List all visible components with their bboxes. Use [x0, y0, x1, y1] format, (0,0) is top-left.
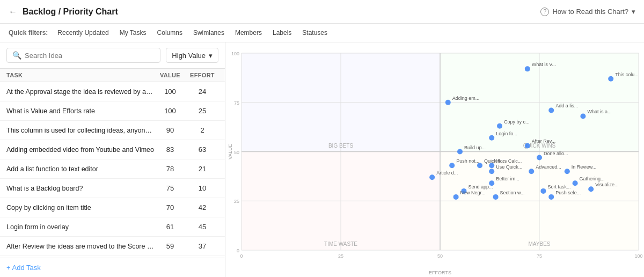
svg-text:Login fo...: Login fo...	[496, 131, 517, 136]
task-name: This column is used for collecting ideas…	[6, 127, 154, 134]
svg-text:What is a...: What is a...	[587, 109, 611, 114]
filter-recently-updated[interactable]: Recently Updated	[52, 27, 114, 39]
svg-point-48	[457, 149, 463, 155]
chevron-down-icon: ▾	[209, 52, 213, 60]
svg-text:Done allo...: Done allo...	[544, 151, 568, 156]
chart-area: BIG BETSQUICK WINSTIME WASTEMAYBESVALUEE…	[225, 42, 644, 277]
svg-text:EFFORTS: EFFORTS	[429, 270, 451, 275]
svg-text:Build up...: Build up...	[464, 145, 486, 150]
search-icon: 🔍	[12, 51, 21, 60]
task-name: Adding embedded video from Youtube and V…	[6, 146, 154, 154]
svg-text:0: 0	[237, 248, 239, 253]
table-row[interactable]: Adding embedded video from Youtube and V…	[0, 140, 225, 159]
table-header: TASK VALUE EFFORT	[0, 69, 225, 82]
help-link[interactable]: ? How to Read this Chart? ▾	[540, 8, 635, 16]
filter-labels[interactable]: Labels	[267, 27, 297, 39]
task-name: Add a list function to text editor	[6, 165, 154, 173]
col-effort-header: EFFORT	[186, 72, 218, 78]
svg-point-78	[493, 194, 499, 200]
help-label: How to Read this Chart?	[552, 8, 628, 16]
page-title: Backlog / Priority Chart	[23, 7, 118, 17]
task-table: TASK VALUE EFFORT At the Approval stage …	[0, 69, 225, 258]
svg-point-42	[497, 123, 502, 129]
filter-members[interactable]: Members	[230, 27, 267, 39]
svg-text:Article d...: Article d...	[436, 170, 458, 176]
quick-filters-bar: Quick filters: Recently Updated My Tasks…	[0, 24, 644, 42]
svg-text:TIME WASTE: TIME WASTE	[324, 241, 357, 247]
svg-point-76	[453, 194, 459, 200]
header: ← Backlog / Priority Chart ? How to Read…	[0, 0, 644, 24]
filter-dropdown[interactable]: High Value ▾	[166, 48, 218, 63]
svg-point-32	[525, 66, 530, 71]
search-input[interactable]	[25, 52, 155, 60]
header-left: ← Backlog / Priority Chart	[9, 7, 118, 17]
filter-statuses[interactable]: Statuses	[297, 27, 333, 39]
svg-point-34	[608, 76, 613, 82]
add-task-button[interactable]: + Add Task	[0, 258, 225, 277]
task-effort: 42	[186, 203, 218, 212]
search-filter-row: 🔍 High Value ▾	[0, 42, 225, 69]
svg-text:Gathering...: Gathering...	[580, 176, 605, 181]
svg-text:VALUE: VALUE	[228, 144, 233, 159]
svg-text:Send app...: Send app...	[468, 184, 493, 189]
table-row[interactable]: Add a list function to text editor 78 21	[0, 159, 225, 179]
svg-text:100: 100	[231, 51, 239, 56]
svg-text:100: 100	[634, 253, 642, 259]
left-panel: 🔍 High Value ▾ TASK VALUE EFFORT At the …	[0, 42, 225, 277]
search-box[interactable]: 🔍	[6, 48, 160, 63]
table-row[interactable]: What is Value and Efforts rate 100 25	[0, 101, 225, 121]
help-chevron-icon: ▾	[632, 8, 635, 16]
svg-text:Push not...: Push not...	[456, 158, 479, 164]
task-effort: 21	[186, 165, 218, 173]
svg-text:25: 25	[234, 199, 239, 204]
svg-text:Push sele...: Push sele...	[555, 190, 581, 195]
main-content: 🔍 High Value ▾ TASK VALUE EFFORT At the …	[0, 42, 644, 277]
svg-text:In Review...: In Review...	[572, 164, 597, 170]
task-effort: 10	[186, 184, 218, 192]
table-row[interactable]: After Review the ideas are moved to the …	[0, 237, 225, 256]
task-value: 59	[154, 242, 186, 250]
task-value: 90	[154, 126, 186, 134]
svg-text:25: 25	[338, 253, 343, 259]
svg-point-60	[529, 169, 534, 174]
col-task-header: TASK	[6, 72, 154, 78]
task-name: Login form in overlay	[6, 223, 154, 231]
task-value: 78	[154, 165, 186, 173]
svg-text:This colu...: This colu...	[615, 72, 639, 77]
table-row[interactable]: This column is used for collecting ideas…	[0, 121, 225, 140]
task-effort: 24	[186, 88, 218, 96]
svg-text:Use Quick...: Use Quick...	[496, 164, 522, 170]
svg-text:New Negr...: New Negr...	[460, 190, 486, 195]
priority-chart: BIG BETSQUICK WINSTIME WASTEMAYBESVALUEE…	[225, 42, 644, 277]
filter-swimlanes[interactable]: Swimlanes	[188, 27, 230, 39]
svg-text:What is V...: What is V...	[532, 62, 556, 67]
table-row[interactable]: At the Approval stage the idea is review…	[0, 82, 225, 101]
svg-text:MAYBES: MAYBES	[529, 241, 551, 247]
svg-text:Copy by c...: Copy by c...	[504, 119, 530, 125]
task-effort: 2	[186, 126, 218, 134]
svg-text:50: 50	[234, 150, 239, 155]
task-effort: 37	[186, 242, 218, 250]
task-effort: 25	[186, 107, 218, 115]
svg-point-56	[477, 163, 482, 168]
task-value: 75	[154, 184, 186, 192]
svg-point-38	[548, 107, 554, 113]
task-name: After Review the ideas are moved to the …	[6, 243, 154, 250]
filter-columns[interactable]: Columns	[152, 27, 188, 39]
svg-point-68	[573, 180, 578, 186]
table-row[interactable]: What is a Backlog board? 75 10	[0, 179, 225, 198]
task-value: 83	[154, 145, 186, 154]
filter-dropdown-value: High Value	[172, 52, 206, 60]
svg-point-44	[489, 135, 494, 141]
svg-point-36	[445, 100, 451, 105]
filter-my-tasks[interactable]: My Tasks	[114, 27, 152, 39]
svg-text:0: 0	[240, 253, 243, 259]
svg-point-74	[540, 188, 546, 194]
table-row[interactable]: Login form in overlay 61 45	[0, 217, 225, 237]
table-row[interactable]: Copy by clicking on item title 70 42	[0, 198, 225, 217]
svg-point-50	[537, 155, 542, 161]
svg-text:Better im...: Better im...	[496, 176, 519, 181]
svg-point-80	[548, 194, 554, 200]
quick-filters-label: Quick filters:	[9, 29, 48, 37]
back-button[interactable]: ←	[9, 7, 17, 17]
